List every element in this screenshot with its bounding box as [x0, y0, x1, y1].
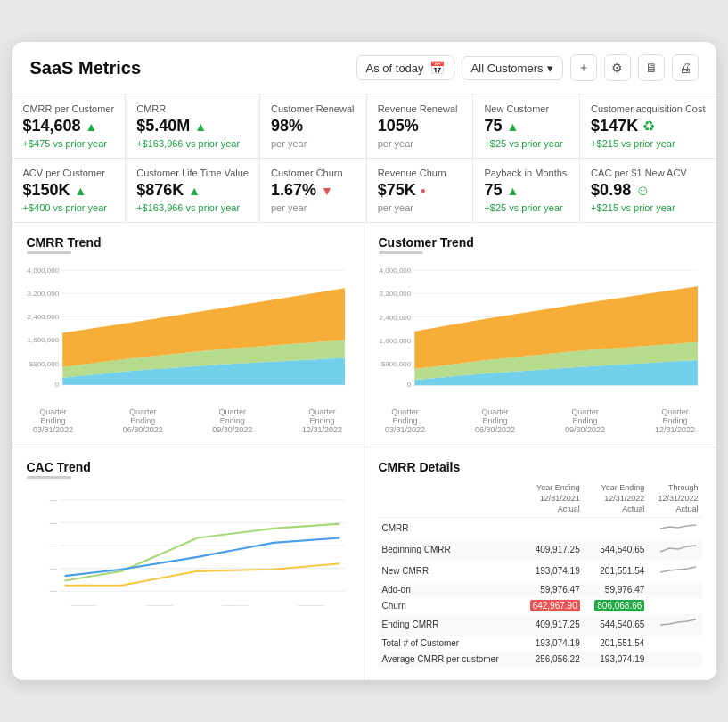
- table-row: New CMRR 193,074.19 201,551.54: [379, 561, 702, 582]
- customer-trend-chart: $4,000,000 $3,200,000 $2,400,000 $1,600,…: [379, 261, 702, 404]
- cmrr-trend-panel: CMRR Trend $4,000,000 $3,200,000 $2,400,…: [12, 223, 364, 447]
- cac-trend-bar: [27, 476, 71, 479]
- cac-trend-panel: CAC Trend — — — — —: [12, 447, 364, 679]
- svg-text:$1,600,000: $1,600,000: [379, 337, 412, 345]
- svg-text:$1,600,000: $1,600,000: [27, 337, 60, 345]
- settings-icon[interactable]: ⚙: [604, 54, 631, 81]
- svg-text:$3,200,000: $3,200,000: [379, 291, 412, 299]
- kpi-payback-months: Payback in Months 75 ▲ +$25 vs prior yea…: [473, 159, 580, 222]
- svg-text:—: —: [49, 542, 57, 551]
- svg-text:————: ————: [70, 602, 97, 610]
- svg-text:$800,000: $800,000: [380, 360, 411, 368]
- trend-down-icon: ▼: [321, 184, 333, 198]
- svg-text:0: 0: [406, 382, 411, 390]
- svg-text:$2,400,000: $2,400,000: [379, 314, 412, 322]
- table-row: Ending CMRR 409,917.25 544,540.65: [379, 614, 702, 636]
- customer-filter-label: All Customers: [471, 62, 544, 75]
- cmrr-trend-bar: [27, 251, 71, 254]
- svg-text:$4,000,000: $4,000,000: [27, 267, 60, 275]
- cmrr-details-title: CMRR Details: [379, 460, 702, 474]
- kpi-customer-churn: Customer Churn 1.67% ▼ per year: [260, 159, 367, 222]
- dot-red-icon: ●: [421, 185, 426, 195]
- svg-text:—: —: [49, 519, 57, 528]
- kpi-cltv: Customer Life Time Value $876K ▲ +$163,9…: [126, 159, 260, 222]
- bottom-row: CAC Trend — — — — —: [12, 447, 716, 679]
- kpi-customer-renewal: Customer Renewal 98% per year: [260, 94, 367, 159]
- trend-up-icon: ▲: [506, 119, 519, 134]
- svg-text:0: 0: [54, 381, 59, 389]
- kpi-revenue-churn: Revenue Churn $75K ● per year: [367, 159, 474, 222]
- header: SaaS Metrics As of today 📅 All Customers…: [12, 42, 716, 94]
- print-icon[interactable]: 🖨: [672, 54, 699, 81]
- trend-up-icon: ▲: [506, 184, 519, 198]
- cac-trend-chart: — — — — —: [27, 486, 349, 602]
- cmrr-x-labels: Quarter Ending03/31/2022 Quarter Ending0…: [27, 407, 349, 434]
- table-row: Add-on 59,976.47 59,976.47: [379, 582, 702, 598]
- add-button[interactable]: ＋: [570, 54, 597, 81]
- table-row: Average CMRR per customer 256,056.22 193…: [379, 652, 702, 668]
- trend-up-icon: ▲: [86, 119, 98, 134]
- header-controls: As of today 📅 All Customers ▾ ＋ ⚙ 🖥 🖨: [356, 54, 699, 81]
- kpi-new-customer: New Customer 75 ▲ +$25 vs prior year: [473, 94, 580, 159]
- dashboard: SaaS Metrics As of today 📅 All Customers…: [12, 42, 716, 679]
- customer-trend-bar: [379, 251, 423, 254]
- trend-up-icon: ▲: [75, 184, 87, 198]
- customer-dropdown[interactable]: All Customers ▾: [462, 56, 563, 80]
- kpi-cac: Customer acquisition Cost $147K ♻ +$215 …: [580, 94, 716, 159]
- calendar-icon: 📅: [429, 61, 445, 75]
- kpi-acv-per-customer: ACV per Customer $150K ▲ +$400 vs prior …: [12, 159, 127, 222]
- customer-trend-title: Customer Trend: [379, 235, 702, 250]
- customer-x-labels: Quarter Ending03/31/2022 Quarter Ending0…: [379, 407, 702, 434]
- cac-svg: — — — — —: [27, 486, 349, 609]
- cmrr-svg: $4,000,000 $3,200,000 $2,400,000 $1,600,…: [27, 261, 349, 405]
- svg-text:$4,000,000: $4,000,000: [379, 267, 412, 275]
- table-row: Churn 642,967.90 806,068.66: [379, 598, 702, 614]
- kpi-revenue-renewal: Revenue Renewal 105% per year: [367, 94, 474, 159]
- svg-text:—: —: [49, 564, 57, 573]
- monitor-icon[interactable]: 🖥: [638, 54, 665, 81]
- kpi-cmrr-per-customer: CMRR per Customer $14,608 ▲ +$475 vs pri…: [12, 94, 127, 159]
- customer-trend-panel: Customer Trend $4,000,000 $3,200,000 $2,…: [364, 223, 716, 447]
- cac-trend-title: CAC Trend: [27, 460, 349, 474]
- svg-text:$800,000: $800,000: [29, 360, 59, 368]
- svg-text:————: ————: [146, 602, 173, 610]
- svg-text:—: —: [49, 496, 57, 505]
- charts-row: CMRR Trend $4,000,000 $3,200,000 $2,400,…: [12, 223, 716, 447]
- smiley-icon: ☺: [635, 183, 650, 199]
- recycle-icon: ♻: [642, 118, 655, 135]
- kpi-cmrr: CMRR $5.40M ▲ +$163,966 vs prior year: [126, 94, 260, 159]
- table-row: Beginning CMRR 409,917.25 544,540.65: [379, 539, 702, 561]
- customer-svg: $4,000,000 $3,200,000 $2,400,000 $1,600,…: [379, 261, 702, 405]
- svg-text:————: ————: [222, 602, 249, 610]
- cmrr-trend-title: CMRR Trend: [27, 235, 349, 250]
- svg-text:————: ————: [298, 602, 324, 610]
- svg-text:$3,200,000: $3,200,000: [27, 291, 60, 299]
- kpi-grid-row1: CMRR per Customer $14,608 ▲ +$475 vs pri…: [12, 94, 716, 223]
- trend-up-icon: ▲: [188, 184, 200, 198]
- svg-text:—: —: [49, 587, 57, 596]
- cmrr-details-panel: CMRR Details Year Ending12/31/2021Actual…: [364, 447, 716, 679]
- table-row: CMRR: [379, 517, 702, 539]
- table-row: Total # of Customer 193,074.19 201,551.5…: [379, 636, 702, 652]
- svg-text:$2,400,000: $2,400,000: [27, 314, 60, 322]
- kpi-cac-per-acv: CAC per $1 New ACV $0.98 ☺ +$215 vs prio…: [580, 159, 716, 222]
- cmrr-trend-chart: $4,000,000 $3,200,000 $2,400,000 $1,600,…: [27, 261, 349, 404]
- cmrr-details-table: Year Ending12/31/2021Actual Year Ending1…: [379, 481, 702, 667]
- date-label: As of today: [366, 62, 424, 75]
- chevron-down-icon: ▾: [547, 62, 553, 75]
- page-title: SaaS Metrics: [30, 58, 142, 78]
- trend-up-icon: ▲: [194, 119, 207, 134]
- date-control[interactable]: As of today 📅: [356, 55, 454, 80]
